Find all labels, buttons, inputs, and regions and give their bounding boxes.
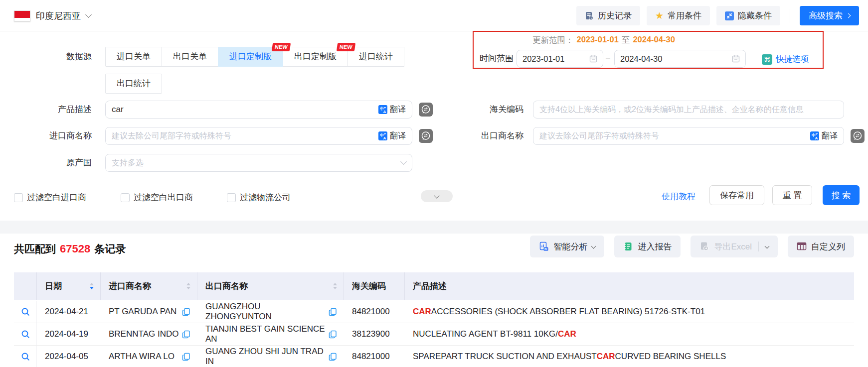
product-description-input[interactable] bbox=[112, 105, 374, 115]
star-icon: ★ bbox=[655, 11, 664, 20]
advanced-search-button[interactable]: 高级搜索 bbox=[800, 6, 859, 25]
copy-icon[interactable] bbox=[182, 308, 190, 316]
sort-asc-icon[interactable] bbox=[333, 283, 337, 285]
filter-logistics-label: 过滤物流公司 bbox=[240, 192, 291, 203]
export-excel-button[interactable]: 导出Excel bbox=[691, 236, 778, 257]
enter-report-button[interactable]: 进入报告 bbox=[614, 236, 681, 257]
cell-product: SPAREPART TRUCK SUCTION AND EXHAUST CAR … bbox=[405, 346, 854, 367]
chevron-down-icon bbox=[400, 158, 407, 165]
row-detail-button[interactable] bbox=[14, 346, 37, 367]
cell-importer: ARTHA WIRA LO bbox=[101, 346, 197, 367]
translate-label: 翻译 bbox=[390, 105, 406, 115]
translate-button[interactable]: 中A 翻译 bbox=[378, 131, 406, 141]
checkbox-icon[interactable] bbox=[227, 193, 236, 202]
translate-icon: 中A bbox=[378, 105, 387, 114]
sort-desc-icon[interactable] bbox=[186, 287, 190, 289]
synonym-search-icon[interactable] bbox=[419, 129, 433, 143]
update-range-end: 2024-04-30 bbox=[633, 35, 675, 46]
sort-asc-icon[interactable] bbox=[90, 283, 94, 285]
filter-blank-importer-checkbox[interactable]: 过滤空白进口商 bbox=[14, 192, 86, 203]
copy-icon[interactable] bbox=[182, 330, 190, 339]
origin-country-select[interactable] bbox=[105, 154, 412, 172]
custom-columns-button[interactable]: 自定义列 bbox=[788, 236, 854, 257]
checkbox-icon[interactable] bbox=[14, 193, 23, 202]
translate-button[interactable]: 中A 翻译 bbox=[810, 131, 838, 141]
tab-export-customs[interactable]: 出口关单 bbox=[162, 47, 218, 67]
row-detail-button[interactable] bbox=[14, 323, 37, 345]
sort-date[interactable] bbox=[90, 283, 94, 289]
translate-label: 翻译 bbox=[390, 131, 406, 141]
section-divider bbox=[0, 221, 868, 234]
exporter-input[interactable] bbox=[539, 131, 806, 141]
summary-suffix: 条记录 bbox=[94, 242, 126, 256]
filter-blank-exporter-checkbox[interactable]: 过滤空白出口商 bbox=[121, 192, 193, 203]
importer-field: 中A 翻译 bbox=[105, 127, 412, 145]
chevron-down-icon bbox=[85, 11, 92, 18]
tab-import-statistics[interactable]: 进口统计 bbox=[347, 47, 404, 67]
copy-icon[interactable] bbox=[329, 330, 337, 339]
header-exporter: 出口商名称 bbox=[197, 272, 344, 300]
hs-code-field bbox=[533, 101, 844, 119]
synonym-search-icon[interactable] bbox=[419, 103, 433, 117]
tab-export-custom-edition[interactable]: 出口定制版 NEW bbox=[283, 47, 348, 67]
cell-hs-code: 84821000 bbox=[344, 346, 405, 367]
quick-options-button[interactable]: ⌘ 快捷选项 bbox=[762, 54, 809, 65]
cell-exporter: TIANJIN BEST GAIN SCIENCE AN bbox=[197, 323, 344, 345]
importer-input[interactable] bbox=[112, 131, 374, 141]
translate-icon: 中A bbox=[378, 131, 387, 140]
copy-icon[interactable] bbox=[329, 353, 337, 361]
sort-exporter[interactable] bbox=[333, 283, 337, 289]
sort-importer[interactable] bbox=[186, 283, 190, 289]
date-separator: – bbox=[606, 53, 610, 62]
time-range-panel: 更新范围： 2023-01-01 至 2024-04-30 时间范围 – ⌘ 快… bbox=[473, 31, 824, 69]
save-conditions-button[interactable]: 保存常用 bbox=[709, 185, 764, 205]
synonym-search-icon[interactable] bbox=[851, 129, 865, 143]
results-summary: 共匹配到 67528 条记录 bbox=[14, 242, 126, 256]
row-detail-button[interactable] bbox=[14, 301, 37, 323]
date-start-input[interactable] bbox=[522, 54, 589, 64]
chevron-down-icon[interactable] bbox=[765, 244, 770, 248]
calendar-icon[interactable] bbox=[732, 55, 740, 63]
tab-export-statistics[interactable]: 出口统计 bbox=[105, 74, 162, 94]
custom-columns-label: 自定义列 bbox=[811, 241, 845, 252]
history-button[interactable]: 历史记录 bbox=[576, 6, 640, 25]
ai-analysis-button[interactable]: BI 智能分析 bbox=[530, 236, 604, 257]
translate-button[interactable]: 中A 翻译 bbox=[378, 105, 406, 115]
export-excel-icon bbox=[699, 242, 709, 251]
reset-button[interactable]: 重 置 bbox=[772, 185, 812, 205]
filter-logistics-checkbox[interactable]: 过滤物流公司 bbox=[227, 192, 291, 203]
checkbox-icon[interactable] bbox=[121, 193, 130, 202]
button-divider bbox=[758, 242, 759, 251]
tutorial-link[interactable]: 使用教程 bbox=[662, 191, 695, 202]
copy-icon[interactable] bbox=[182, 353, 190, 361]
table-header: 日期 进口商名称 出口商名称 海关编码 产品描述 bbox=[14, 272, 854, 300]
sort-asc-icon[interactable] bbox=[186, 283, 190, 285]
hs-code-input[interactable] bbox=[539, 105, 838, 115]
collapse-panel-button[interactable] bbox=[421, 190, 453, 202]
country-selector[interactable]: 印度尼西亚 bbox=[14, 0, 91, 31]
country-name: 印度尼西亚 bbox=[36, 10, 81, 22]
cell-exporter: GUANGZHOU ZHONGYUNTON bbox=[197, 301, 344, 323]
indonesia-flag-icon bbox=[14, 10, 30, 21]
tab-import-custom-edition[interactable]: 进口定制版 NEW bbox=[218, 47, 283, 67]
magnifier-icon bbox=[20, 307, 30, 317]
datasource-label: 数据源 bbox=[0, 47, 92, 67]
calendar-icon[interactable] bbox=[589, 55, 597, 63]
update-range-start: 2023-01-01 bbox=[577, 35, 619, 46]
tab-import-customs[interactable]: 进口关单 bbox=[105, 47, 162, 67]
new-badge: NEW bbox=[337, 43, 355, 51]
svg-text:A: A bbox=[383, 110, 386, 114]
origin-country-input[interactable] bbox=[112, 158, 397, 168]
topbar: 印度尼西亚 历史记录 ★ 常用条件 隐藏条件 高级搜索 bbox=[0, 0, 868, 31]
hide-conditions-button[interactable]: 隐藏条件 bbox=[716, 6, 780, 25]
sort-desc-icon[interactable] bbox=[90, 287, 94, 289]
origin-country-label: 原产国 bbox=[0, 154, 92, 172]
quick-options-icon: ⌘ bbox=[762, 54, 772, 65]
favorites-button[interactable]: ★ 常用条件 bbox=[647, 6, 710, 25]
date-end-input[interactable] bbox=[620, 54, 732, 64]
cell-hs-code: 38123900 bbox=[344, 323, 405, 345]
search-button[interactable]: 搜 索 bbox=[823, 185, 860, 205]
cell-date: 2024-04-21 bbox=[37, 301, 101, 323]
sort-desc-icon[interactable] bbox=[333, 287, 337, 289]
copy-icon[interactable] bbox=[329, 308, 337, 316]
